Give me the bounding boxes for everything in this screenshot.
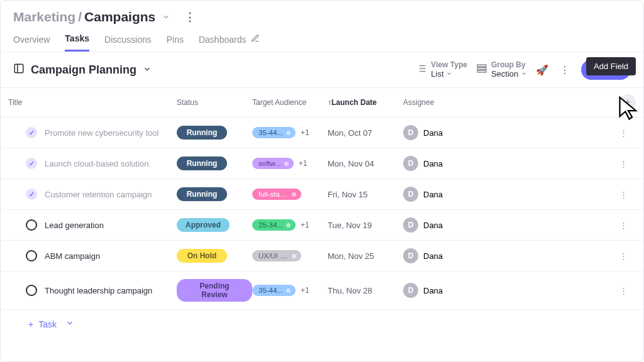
- tab-dashboards[interactable]: Dashboards: [199, 33, 260, 52]
- tab-tasks[interactable]: Tasks: [65, 33, 89, 52]
- col-target[interactable]: Target Audience: [252, 98, 328, 107]
- more-tags[interactable]: +1: [301, 221, 309, 229]
- tabs: Overview Tasks Discussions Pins Dashboar…: [1, 25, 643, 52]
- table-row[interactable]: ABM campaign On Hold UX/UI design... Mon…: [1, 241, 643, 272]
- target-tag[interactable]: UX/UI design...: [252, 250, 301, 261]
- launch-date[interactable]: Mon, Nov 25: [328, 251, 403, 261]
- toolbar-more-icon[interactable]: ⋮: [557, 64, 572, 76]
- task-title[interactable]: Customer retention campaign: [45, 190, 152, 199]
- avatar: D: [403, 125, 418, 140]
- section-title[interactable]: Campaign Planning: [13, 63, 152, 77]
- target-tag[interactable]: softw...: [252, 158, 294, 169]
- row-more-icon[interactable]: ⋮: [611, 190, 636, 199]
- status-badge[interactable]: On Hold: [177, 249, 227, 263]
- breadcrumb-parent[interactable]: Marketing: [13, 9, 75, 25]
- pencil-icon[interactable]: [251, 34, 260, 45]
- row-more-icon[interactable]: ⋮: [611, 286, 636, 295]
- groupby-label: Group By: [491, 60, 527, 69]
- task-table: Title Status Target Audience ↑Launch Dat…: [1, 87, 643, 339]
- col-status[interactable]: Status: [177, 98, 252, 107]
- task-title[interactable]: Lead generation: [45, 221, 104, 230]
- svg-rect-7: [477, 65, 486, 67]
- tab-discussions[interactable]: Discussions: [104, 33, 152, 52]
- add-task-button[interactable]: + Task: [28, 319, 57, 329]
- row-more-icon[interactable]: ⋮: [611, 251, 636, 261]
- task-checkbox[interactable]: [26, 219, 37, 231]
- table-row[interactable]: Promote new cybersecurity tool Running 3…: [1, 118, 643, 148]
- rocket-icon[interactable]: 🚀: [536, 64, 548, 76]
- assignee-name: Dana: [423, 128, 443, 138]
- launch-date[interactable]: Thu, Nov 28: [328, 286, 403, 295]
- launch-date[interactable]: Mon, Nov 04: [328, 159, 403, 168]
- assignee[interactable]: D Dana: [403, 283, 479, 298]
- col-assignee[interactable]: Assignee: [403, 98, 479, 107]
- avatar: D: [403, 217, 418, 233]
- avatar: D: [403, 283, 418, 298]
- assignee-name: Dana: [423, 190, 443, 199]
- task-checkbox[interactable]: [26, 285, 37, 296]
- add-task-label: Task: [38, 319, 57, 329]
- row-more-icon[interactable]: ⋮: [611, 221, 636, 230]
- target-tag[interactable]: full-stack dev...: [252, 189, 301, 200]
- task-checkbox[interactable]: [26, 158, 37, 169]
- viewtype-label: View Type: [431, 60, 467, 69]
- table-header: Title Status Target Audience ↑Launch Dat…: [1, 88, 643, 118]
- tab-overview[interactable]: Overview: [13, 33, 50, 52]
- group-icon: [476, 63, 487, 76]
- task-checkbox[interactable]: [26, 189, 37, 200]
- task-checkbox[interactable]: [26, 250, 37, 261]
- launch-date[interactable]: Mon, Oct 07: [328, 128, 403, 138]
- task-checkbox[interactable]: [26, 127, 37, 138]
- add-column-button[interactable]: +: [619, 94, 636, 111]
- table-row[interactable]: Customer retention campaign Running full…: [1, 179, 643, 210]
- chevron-down-icon[interactable]: [143, 63, 152, 77]
- target-tag[interactable]: 35-44...: [252, 285, 296, 296]
- assignee[interactable]: D Dana: [403, 156, 479, 171]
- page-more-icon[interactable]: ⋮: [184, 10, 196, 24]
- status-badge[interactable]: Running: [177, 126, 227, 140]
- status-badge[interactable]: Approved: [177, 218, 230, 232]
- task-title[interactable]: Promote new cybersecurity tool: [45, 128, 158, 138]
- task-title[interactable]: ABM campaign: [45, 251, 100, 261]
- task-title[interactable]: Launch cloud-based solution: [45, 159, 149, 168]
- table-row[interactable]: Lead generation Approved 25-34... +1 Tue…: [1, 210, 643, 241]
- row-more-icon[interactable]: ⋮: [611, 128, 636, 138]
- assignee[interactable]: D Dana: [403, 217, 479, 233]
- more-tags[interactable]: +1: [299, 159, 308, 168]
- table-row[interactable]: Thought leadership campaign Pending Revi…: [1, 272, 643, 310]
- viewtype-control[interactable]: View Type List: [416, 60, 467, 79]
- assignee[interactable]: D Dana: [403, 187, 479, 202]
- assignee[interactable]: D Dana: [403, 125, 479, 140]
- assignee-name: Dana: [423, 286, 443, 295]
- breadcrumb-current[interactable]: Campaigns: [84, 9, 155, 25]
- list-icon: [416, 63, 427, 76]
- groupby-control[interactable]: Group By Section: [476, 60, 527, 79]
- status-badge[interactable]: Running: [177, 187, 227, 201]
- col-title[interactable]: Title: [8, 98, 177, 107]
- launch-date[interactable]: Fri, Nov 15: [328, 190, 403, 199]
- launch-date[interactable]: Tue, Nov 19: [328, 221, 403, 230]
- more-tags[interactable]: +1: [301, 286, 309, 295]
- target-tag[interactable]: 35-44...: [252, 127, 296, 138]
- groupby-value: Section: [491, 69, 527, 79]
- target-tag[interactable]: 25-34...: [252, 219, 296, 231]
- assignee-name: Dana: [423, 221, 443, 230]
- viewtype-value: List: [431, 69, 467, 79]
- tab-dashboards-label: Dashboards: [199, 35, 247, 45]
- svg-rect-0: [14, 64, 23, 73]
- task-title[interactable]: Thought leadership campaign: [45, 286, 152, 295]
- breadcrumb-separator: /: [78, 9, 82, 25]
- assignee-name: Dana: [423, 159, 443, 168]
- more-tags[interactable]: +1: [301, 128, 309, 137]
- breadcrumb[interactable]: Marketing / Campaigns ⋮: [13, 9, 631, 25]
- chevron-down-icon[interactable]: [65, 319, 74, 330]
- assignee[interactable]: D Dana: [403, 248, 479, 263]
- tab-pins[interactable]: Pins: [167, 33, 184, 52]
- row-more-icon[interactable]: ⋮: [611, 159, 636, 168]
- chevron-down-icon[interactable]: [162, 9, 170, 25]
- col-launch-date[interactable]: ↑Launch Date: [328, 98, 403, 107]
- table-row[interactable]: Launch cloud-based solution Running soft…: [1, 148, 643, 179]
- plus-icon: +: [28, 319, 33, 329]
- status-badge[interactable]: Running: [177, 156, 227, 170]
- status-badge[interactable]: Pending Review: [177, 279, 252, 302]
